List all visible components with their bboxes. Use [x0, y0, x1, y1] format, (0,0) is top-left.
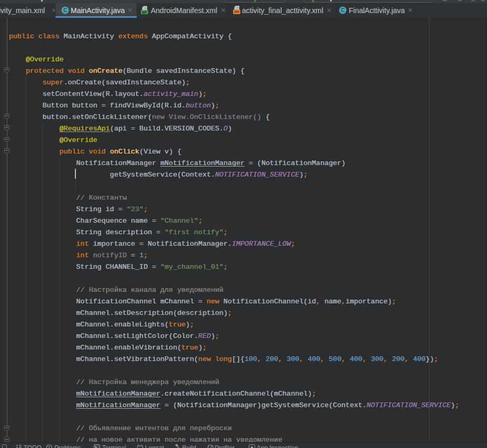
svg-text:C: C — [341, 7, 345, 13]
svg-text:</>: </> — [234, 10, 239, 14]
svg-text:MF: MF — [142, 10, 148, 14]
svg-text:C: C — [63, 7, 67, 13]
